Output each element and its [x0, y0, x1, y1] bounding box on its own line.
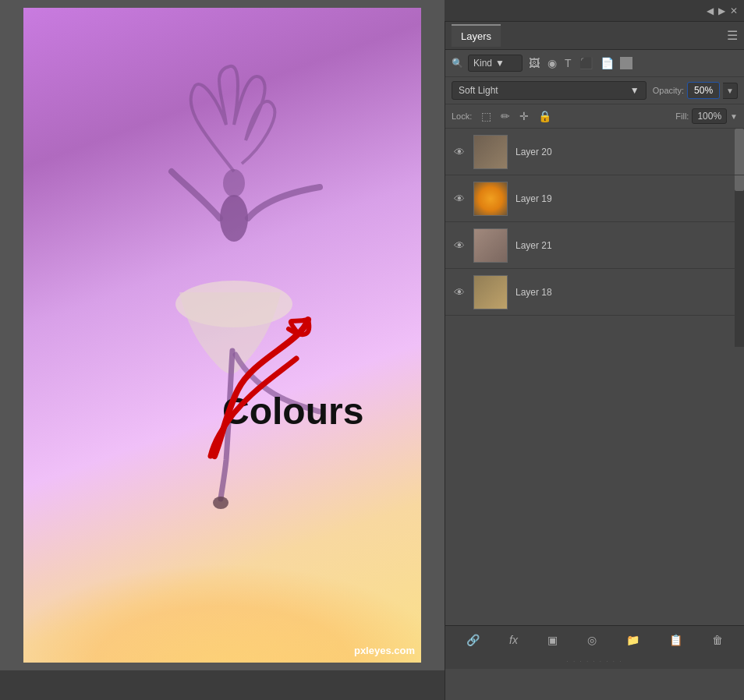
- filter-type-icon[interactable]: T: [563, 55, 573, 71]
- grip-dots: · · · · · · · · ·: [567, 658, 623, 665]
- layer18-name: Layer 18: [515, 287, 552, 298]
- fill-arrow[interactable]: ▼: [730, 112, 738, 121]
- layer19-name: Layer 19: [515, 193, 552, 204]
- fx-icon[interactable]: fx: [505, 631, 523, 649]
- image-canvas: Colours pxleyes.com: [23, 8, 421, 663]
- layers-tab[interactable]: Layers: [452, 24, 501, 47]
- blend-mode-dropdown[interactable]: Soft Light ▼: [452, 81, 647, 100]
- fill-group: Fill: 100% ▼: [675, 108, 738, 124]
- panel-menu-icon: ☰: [727, 28, 738, 43]
- layer20-thumbnail: [473, 135, 508, 169]
- filter-image-icon[interactable]: 🖼: [527, 55, 541, 71]
- layer21-thumbnail: [473, 228, 508, 263]
- kind-dropdown-arrow: ▼: [495, 58, 505, 69]
- fill-value: 100%: [692, 108, 727, 124]
- layer-item-layer21[interactable]: 👁 Layer 21: [445, 222, 744, 269]
- opacity-group: Opacity: ▼: [653, 82, 738, 99]
- lock-paint-icon[interactable]: ✏: [499, 108, 512, 124]
- lock-icons: ⬚ ✏ ✛ 🔒: [480, 108, 553, 124]
- layers-panel: ◀ ▶ ✕ Layers ☰ 🔍 Kind ▼ 🖼 ◉ T ⬛ 📄 Soft L…: [445, 0, 744, 700]
- bottom-toolbar: 🔗 fx ▣ ◎ 📁 📋 🗑: [445, 625, 744, 653]
- layer20-name: Layer 20: [515, 147, 552, 157]
- search-icon: 🔍: [452, 58, 463, 69]
- nav-back-btn[interactable]: ◀: [707, 5, 714, 16]
- annotation-arrow: [175, 312, 316, 468]
- pxleyes-watermark: pxleyes.com: [354, 645, 415, 656]
- blend-mode-label: Soft Light: [459, 85, 498, 96]
- new-fill-icon[interactable]: ▣: [543, 631, 562, 649]
- kind-dropdown-label: Kind: [473, 58, 492, 69]
- new-group-icon[interactable]: 📁: [622, 631, 644, 649]
- layer18-visibility-icon[interactable]: 👁: [452, 286, 467, 299]
- fill-label: Fill:: [675, 111, 689, 121]
- layer21-visibility-icon[interactable]: 👁: [452, 239, 467, 252]
- new-layer-icon[interactable]: 📋: [664, 631, 687, 649]
- nav-close-btn[interactable]: ✕: [730, 5, 738, 16]
- canvas-area: Colours pxleyes.com: [0, 0, 445, 670]
- lock-fill-row: Lock: ⬚ ✏ ✛ 🔒 Fill: 100% ▼: [445, 104, 744, 129]
- blend-opacity-row: Soft Light ▼ Opacity: ▼: [445, 77, 744, 104]
- filter-adjustment-icon[interactable]: ◉: [546, 55, 558, 71]
- filter-smart-icon[interactable]: 📄: [599, 55, 615, 71]
- kind-dropdown[interactable]: Kind ▼: [468, 55, 523, 72]
- layer19-visibility-icon[interactable]: 👁: [452, 193, 467, 205]
- panel-tabs: Layers: [452, 24, 502, 47]
- nav-forward-btn[interactable]: ▶: [718, 5, 725, 16]
- delete-layer-icon[interactable]: 🗑: [707, 631, 728, 649]
- lock-label: Lock:: [452, 111, 472, 121]
- blend-mode-arrow: ▼: [630, 85, 639, 96]
- panel-nav-bar: ◀ ▶ ✕: [445, 0, 744, 22]
- lock-all-icon[interactable]: 🔒: [537, 108, 553, 124]
- panel-menu-button[interactable]: ☰: [727, 28, 738, 43]
- filter-icons: 🖼 ◉ T ⬛ 📄: [527, 55, 632, 71]
- opacity-label: Opacity:: [653, 86, 684, 95]
- link-icon[interactable]: 🔗: [462, 631, 484, 649]
- layer-list: 👁 Layer 20 👁 Layer 19 👁 Layer 21 👁 Layer…: [445, 129, 744, 347]
- svg-point-1: [223, 169, 245, 197]
- grip-area: · · · · · · · · ·: [445, 653, 744, 669]
- filter-color-swatch[interactable]: [620, 57, 632, 69]
- opacity-dropdown-arrow[interactable]: ▼: [723, 83, 738, 99]
- layer19-thumbnail: [473, 182, 508, 216]
- svg-point-0: [220, 195, 248, 242]
- opacity-input[interactable]: [687, 82, 720, 99]
- layer-item-layer19[interactable]: 👁 Layer 19: [445, 175, 744, 222]
- lock-transparent-icon[interactable]: ⬚: [480, 108, 493, 124]
- new-adjustment-icon[interactable]: ◎: [583, 631, 601, 649]
- filter-shape-icon[interactable]: ⬛: [578, 55, 594, 71]
- layer-item-layer18[interactable]: 👁 Layer 18: [445, 269, 744, 316]
- layer18-thumbnail: [473, 275, 508, 309]
- filter-row: 🔍 Kind ▼ 🖼 ◉ T ⬛ 📄: [445, 50, 744, 77]
- layer-item-layer20[interactable]: 👁 Layer 20: [445, 129, 744, 175]
- layer20-visibility-icon[interactable]: 👁: [452, 146, 467, 158]
- panel-header: Layers ☰: [445, 22, 744, 50]
- layer21-name: Layer 21: [515, 240, 552, 251]
- lock-move-icon[interactable]: ✛: [518, 108, 530, 124]
